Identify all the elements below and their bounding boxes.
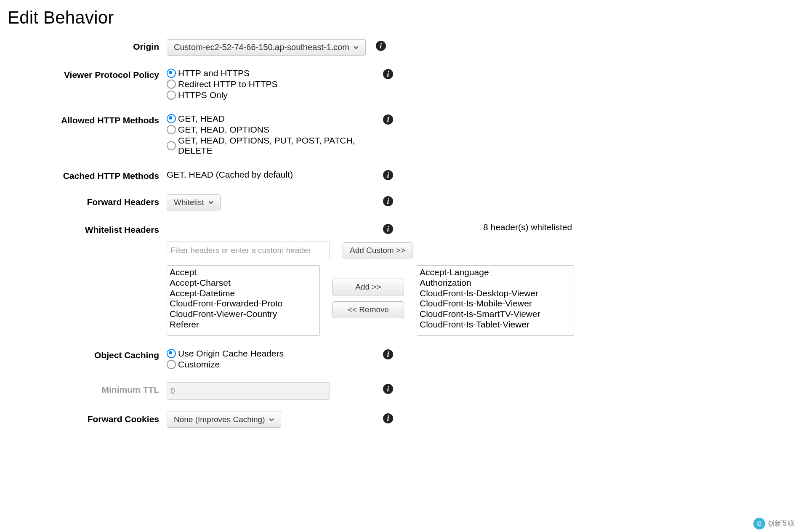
remove-header-button[interactable]: << Remove <box>332 301 404 318</box>
cached-methods-label: Cached HTTP Methods <box>8 168 159 194</box>
radio-icon <box>167 360 176 369</box>
viewer-protocol-option[interactable]: HTTPS Only <box>167 90 373 100</box>
forward-headers-selected: Whitelist <box>174 198 204 207</box>
chevron-down-icon <box>269 415 274 424</box>
selected-headers-list[interactable]: Accept-Language Authorization CloudFront… <box>417 265 574 336</box>
forward-cookies-label: Forward Cookies <box>8 412 159 428</box>
info-icon[interactable]: i <box>383 413 393 423</box>
radio-icon <box>167 80 176 89</box>
watermark: C 创新互联 <box>753 518 795 529</box>
header-filter-input[interactable] <box>167 242 330 259</box>
list-item[interactable]: Accept-Charset <box>170 278 317 288</box>
forward-headers-label: Forward Headers <box>8 194 159 222</box>
viewer-protocol-label: Viewer Protocol Policy <box>8 67 159 113</box>
list-item[interactable]: Accept-Datetime <box>170 288 317 299</box>
info-icon[interactable]: i <box>376 41 386 51</box>
allowed-methods-option[interactable]: GET, HEAD, OPTIONS <box>167 125 373 135</box>
whitelist-headers-label: Whitelist Headers <box>8 222 159 348</box>
list-item[interactable]: Accept <box>170 267 317 278</box>
list-item[interactable]: CloudFront-Is-Tablet-Viewer <box>420 319 571 330</box>
cached-methods-text: GET, HEAD (Cached by default) <box>167 168 373 180</box>
info-icon[interactable]: i <box>383 69 393 79</box>
forward-headers-select[interactable]: Whitelist <box>167 194 221 210</box>
info-icon[interactable]: i <box>383 196 393 206</box>
radio-label: HTTPS Only <box>178 90 228 100</box>
info-icon[interactable]: i <box>383 349 393 359</box>
add-btn-label: Add >> <box>355 282 381 292</box>
object-caching-option[interactable]: Use Origin Cache Headers <box>167 348 373 359</box>
list-item[interactable]: Authorization <box>420 278 571 288</box>
origin-selected-value: Custom-ec2-52-74-66-150.ap-southeast-1.c… <box>174 43 349 52</box>
radio-label: Use Origin Cache Headers <box>178 348 284 359</box>
list-item[interactable]: Accept-Language <box>420 267 571 278</box>
info-icon[interactable]: i <box>383 224 393 234</box>
radio-label: Redirect HTTP to HTTPS <box>178 79 278 89</box>
forward-cookies-select[interactable]: None (Improves Caching) <box>167 412 281 428</box>
min-ttl-input <box>167 382 330 400</box>
viewer-protocol-option[interactable]: Redirect HTTP to HTTPS <box>167 79 373 89</box>
list-item[interactable]: CloudFront-Viewer-Country <box>170 309 317 319</box>
chevron-down-icon <box>208 198 213 207</box>
watermark-text: 创新互联 <box>768 519 795 528</box>
chevron-down-icon <box>354 43 359 52</box>
add-header-button[interactable]: Add >> <box>332 279 404 295</box>
allowed-methods-label: Allowed HTTP Methods <box>8 113 159 168</box>
remove-btn-label: << Remove <box>348 305 389 314</box>
allowed-methods-option[interactable]: GET, HEAD <box>167 114 373 124</box>
list-item[interactable]: CloudFront-Forwarded-Proto <box>170 298 317 309</box>
forward-cookies-selected: None (Improves Caching) <box>174 415 265 424</box>
radio-label: GET, HEAD <box>178 114 225 124</box>
list-item[interactable]: CloudFront-Is-Desktop-Viewer <box>420 288 571 299</box>
radio-icon <box>167 90 176 100</box>
radio-icon <box>167 141 176 150</box>
radio-label: GET, HEAD, OPTIONS <box>178 125 269 135</box>
min-ttl-label: Minimum TTL <box>8 382 159 412</box>
info-icon[interactable]: i <box>383 170 393 180</box>
list-item[interactable]: Referer <box>170 319 317 330</box>
origin-label: Origin <box>8 39 159 67</box>
allowed-methods-option[interactable]: GET, HEAD, OPTIONS, PUT, POST, PATCH, DE… <box>167 136 373 156</box>
list-item[interactable]: CloudFront-Is-SmartTV-Viewer <box>420 309 571 319</box>
divider <box>8 33 790 33</box>
info-icon[interactable]: i <box>383 114 393 125</box>
add-custom-button[interactable]: Add Custom >> <box>343 242 412 258</box>
add-custom-label: Add Custom >> <box>350 246 405 255</box>
watermark-badge-icon: C <box>753 518 765 529</box>
radio-icon <box>167 125 176 134</box>
info-icon[interactable]: i <box>383 384 393 394</box>
radio-label: Customize <box>178 359 220 370</box>
available-headers-list[interactable]: Accept Accept-Charset Accept-Datetime Cl… <box>167 265 320 336</box>
object-caching-option[interactable]: Customize <box>167 359 373 370</box>
radio-icon <box>167 114 176 123</box>
radio-label: HTTP and HTTPS <box>178 68 250 78</box>
radio-icon <box>167 349 176 358</box>
whitelist-status: 8 header(s) whitelisted <box>483 222 572 232</box>
radio-label: GET, HEAD, OPTIONS, PUT, POST, PATCH, DE… <box>178 136 373 156</box>
list-item[interactable]: CloudFront-Is-Mobile-Viewer <box>420 298 571 309</box>
origin-select[interactable]: Custom-ec2-52-74-66-150.ap-southeast-1.c… <box>167 39 366 56</box>
viewer-protocol-option[interactable]: HTTP and HTTPS <box>167 68 373 78</box>
object-caching-label: Object Caching <box>8 348 159 382</box>
radio-icon <box>167 69 176 78</box>
page-title: Edit Behavior <box>8 8 790 28</box>
